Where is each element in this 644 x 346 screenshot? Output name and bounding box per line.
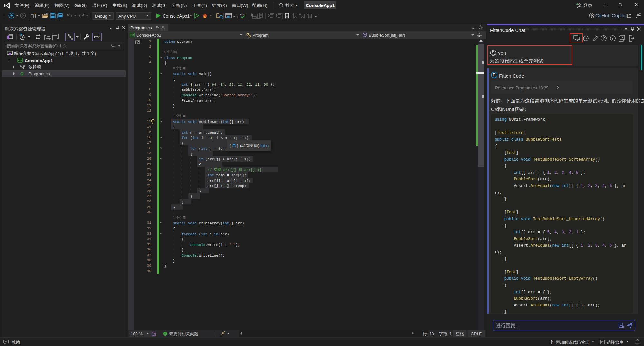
svg-text:C#: C# [130, 33, 134, 37]
svg-text:{: { [134, 40, 137, 44]
svg-text:C#: C# [18, 59, 22, 62]
svg-text:#: # [23, 72, 24, 75]
svg-text:abc: abc [240, 13, 246, 16]
